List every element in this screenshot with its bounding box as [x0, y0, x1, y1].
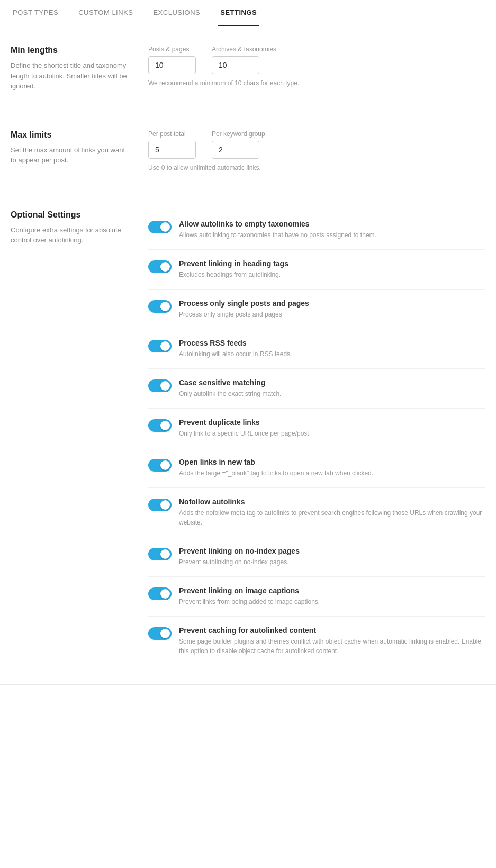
per-post-label: Per post total — [148, 130, 196, 138]
setting-item-process-single-posts-pages: Process only single posts and pages Proc… — [148, 290, 485, 329]
setting-text-process-single-posts-pages: Process only single posts and pages Proc… — [179, 299, 485, 319]
optional-settings-description: Configure extra settings for absolute co… — [11, 225, 127, 246]
min-lengths-inputs: Posts & pages Archives & taxonomies — [148, 46, 485, 74]
setting-title-nofollow-autolinks: Nofollow autolinks — [179, 498, 485, 506]
toggle-prevent-linking-no-index[interactable] — [148, 548, 172, 560]
setting-item-prevent-duplicate-links: Prevent duplicate links Only link to a s… — [148, 409, 485, 448]
setting-desc-prevent-linking-no-index: Prevent autolinking on no-index pages. — [179, 557, 485, 567]
per-keyword-input[interactable] — [212, 141, 259, 159]
nav-tabs: POST TYPES CUSTOM LINKS EXCLUSIONS SETTI… — [0, 0, 496, 26]
setting-desc-prevent-caching-autolinked: Some page builder plugins and themes con… — [179, 637, 485, 656]
setting-title-prevent-duplicate-links: Prevent duplicate links — [179, 418, 485, 427]
optional-settings-right: Allow autolinks to empty taxonomies Allo… — [148, 210, 485, 665]
setting-item-nofollow-autolinks: Nofollow autolinks Adds the nofollow met… — [148, 488, 485, 537]
archives-taxonomies-input[interactable] — [212, 56, 259, 74]
min-lengths-title: Min lengths — [11, 46, 127, 55]
toggle-process-rss-feeds[interactable] — [148, 340, 172, 352]
posts-pages-label: Posts & pages — [148, 46, 196, 53]
setting-text-open-links-new-tab: Open links in new tab Adds the target="_… — [179, 458, 485, 478]
setting-title-allow-autolinks-empty-taxonomies: Allow autolinks to empty taxonomies — [179, 220, 485, 228]
max-limits-description: Set the max amount of links you want to … — [11, 145, 127, 166]
setting-desc-process-single-posts-pages: Process only single posts and pages — [179, 310, 485, 319]
setting-desc-prevent-linking-heading-tags: Excludes headings from autolinking. — [179, 270, 485, 279]
max-limits-title: Max limits — [11, 130, 127, 140]
setting-desc-nofollow-autolinks: Adds the nofollow meta tag to autolinks … — [179, 508, 485, 527]
max-limits-left: Max limits Set the max amount of links y… — [11, 130, 127, 171]
setting-item-prevent-linking-no-index: Prevent linking on no-index pages Preven… — [148, 537, 485, 577]
setting-item-allow-autolinks-empty-taxonomies: Allow autolinks to empty taxonomies Allo… — [148, 210, 485, 250]
setting-text-case-sensitive-matching: Case sensitive matching Only autolink th… — [179, 378, 485, 399]
setting-desc-prevent-linking-image-captions: Prevent links from being added to image … — [179, 597, 485, 607]
max-limits-right: Per post total Per keyword group Use 0 t… — [148, 130, 485, 171]
toggle-allow-autolinks-empty-taxonomies[interactable] — [148, 221, 172, 233]
setting-title-prevent-linking-no-index: Prevent linking on no-index pages — [179, 547, 485, 555]
setting-title-prevent-linking-heading-tags: Prevent linking in heading tags — [179, 259, 485, 268]
optional-settings-title: Optional Settings — [11, 210, 127, 220]
max-limits-section: Max limits Set the max amount of links y… — [0, 111, 496, 191]
setting-item-process-rss-feeds: Process RSS feeds Autolinking will also … — [148, 329, 485, 369]
max-limits-inputs: Per post total Per keyword group — [148, 130, 485, 159]
setting-item-prevent-linking-image-captions: Prevent linking on image captions Preven… — [148, 577, 485, 617]
setting-item-prevent-caching-autolinked: Prevent caching for autolinked content S… — [148, 617, 485, 665]
max-limits-hint: Use 0 to allow unlimited automatic links… — [148, 164, 485, 171]
setting-title-prevent-caching-autolinked: Prevent caching for autolinked content — [179, 626, 485, 635]
tab-exclusions[interactable]: EXCLUSIONS — [151, 0, 202, 26]
toggle-case-sensitive-matching[interactable] — [148, 379, 172, 392]
archives-taxonomies-label: Archives & taxonomies — [212, 46, 276, 53]
per-keyword-group: Per keyword group — [212, 130, 265, 159]
toggle-open-links-new-tab[interactable] — [148, 459, 172, 472]
setting-title-open-links-new-tab: Open links in new tab — [179, 458, 485, 466]
setting-title-process-single-posts-pages: Process only single posts and pages — [179, 299, 485, 308]
setting-item-prevent-linking-heading-tags: Prevent linking in heading tags Excludes… — [148, 250, 485, 290]
toggle-process-single-posts-pages[interactable] — [148, 300, 172, 313]
tab-post-types[interactable]: POST TYPES — [11, 0, 60, 26]
setting-desc-process-rss-feeds: Autolinking will also occur in RSS feeds… — [179, 349, 485, 359]
toggle-nofollow-autolinks[interactable] — [148, 499, 172, 511]
toggle-prevent-linking-heading-tags[interactable] — [148, 260, 172, 273]
min-lengths-hint: We recommend a minimum of 10 chars for e… — [148, 79, 485, 87]
setting-desc-prevent-duplicate-links: Only link to a specific URL once per pag… — [179, 429, 485, 438]
setting-item-case-sensitive-matching: Case sensitive matching Only autolink th… — [148, 369, 485, 409]
setting-desc-open-links-new-tab: Adds the target="_blank" tag to links to… — [179, 468, 485, 478]
per-post-input[interactable] — [148, 141, 196, 159]
setting-text-allow-autolinks-empty-taxonomies: Allow autolinks to empty taxonomies Allo… — [179, 220, 485, 240]
setting-text-nofollow-autolinks: Nofollow autolinks Adds the nofollow met… — [179, 498, 485, 527]
posts-pages-input[interactable] — [148, 56, 196, 74]
setting-title-prevent-linking-image-captions: Prevent linking on image captions — [179, 586, 485, 595]
setting-text-prevent-caching-autolinked: Prevent caching for autolinked content S… — [179, 626, 485, 656]
setting-desc-allow-autolinks-empty-taxonomies: Allows autolinking to taxonomies that ha… — [179, 230, 485, 240]
optional-settings-left: Optional Settings Configure extra settin… — [11, 210, 127, 665]
setting-desc-case-sensitive-matching: Only autolink the exact string match. — [179, 389, 485, 399]
per-keyword-label: Per keyword group — [212, 130, 265, 138]
setting-item-open-links-new-tab: Open links in new tab Adds the target="_… — [148, 448, 485, 488]
settings-list: Allow autolinks to empty taxonomies Allo… — [148, 210, 485, 665]
setting-text-prevent-linking-heading-tags: Prevent linking in heading tags Excludes… — [179, 259, 485, 279]
archives-taxonomies-group: Archives & taxonomies — [212, 46, 276, 74]
toggle-prevent-duplicate-links[interactable] — [148, 419, 172, 432]
setting-text-process-rss-feeds: Process RSS feeds Autolinking will also … — [179, 339, 485, 359]
min-lengths-right: Posts & pages Archives & taxonomies We r… — [148, 46, 485, 92]
toggle-prevent-caching-autolinked[interactable] — [148, 627, 172, 640]
setting-title-case-sensitive-matching: Case sensitive matching — [179, 378, 485, 387]
setting-text-prevent-linking-image-captions: Prevent linking on image captions Preven… — [179, 586, 485, 607]
per-post-group: Per post total — [148, 130, 196, 159]
posts-pages-group: Posts & pages — [148, 46, 196, 74]
setting-text-prevent-duplicate-links: Prevent duplicate links Only link to a s… — [179, 418, 485, 438]
setting-title-process-rss-feeds: Process RSS feeds — [179, 339, 485, 347]
optional-settings-section: Optional Settings Configure extra settin… — [0, 191, 496, 685]
toggle-prevent-linking-image-captions[interactable] — [148, 587, 172, 600]
tab-settings[interactable]: SETTINGS — [218, 0, 259, 26]
min-lengths-description: Define the shortest title and taxonomy l… — [11, 60, 127, 92]
tab-custom-links[interactable]: CUSTOM LINKS — [76, 0, 135, 26]
min-lengths-left: Min lengths Define the shortest title an… — [11, 46, 127, 92]
min-lengths-section: Min lengths Define the shortest title an… — [0, 26, 496, 111]
setting-text-prevent-linking-no-index: Prevent linking on no-index pages Preven… — [179, 547, 485, 567]
